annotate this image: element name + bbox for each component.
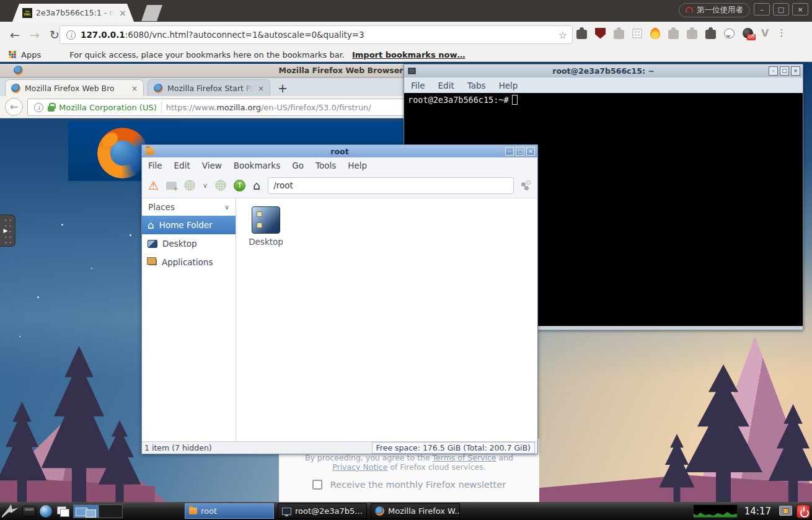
maximize-button[interactable]: □ bbox=[773, 3, 789, 15]
chrome-menu-icon[interactable]: ⋮ bbox=[777, 29, 786, 38]
sidebar-item-home-folder[interactable]: ⌂ Home Folder bbox=[142, 216, 236, 234]
place-label: Desktop bbox=[162, 239, 197, 249]
taskbar-button-root[interactable]: root bbox=[185, 503, 274, 519]
file-manager-launcher-icon[interactable] bbox=[22, 506, 36, 517]
bookmarks-bar: Apps For quick access, place your bookma… bbox=[0, 48, 812, 62]
maximize-button[interactable]: □ bbox=[516, 147, 524, 156]
ublock-origin-icon[interactable] bbox=[595, 28, 606, 39]
tab-close-icon[interactable]: × bbox=[258, 84, 264, 93]
extension-grid-icon[interactable] bbox=[632, 29, 642, 38]
vimium-extension-icon[interactable]: V bbox=[761, 29, 769, 38]
chrome-tab[interactable]: noVNC 2e3a7b566c15:1 - no × bbox=[12, 4, 134, 22]
bookmark-star-icon[interactable]: ☆ bbox=[558, 29, 567, 41]
fm-title-bar[interactable]: root – □ × bbox=[142, 145, 537, 157]
import-bookmarks-link[interactable]: Import bookmarks now… bbox=[352, 50, 465, 59]
menu-file[interactable]: File bbox=[148, 161, 162, 170]
menu-bookmarks[interactable]: Bookmarks bbox=[234, 161, 280, 170]
maximize-button[interactable]: □ bbox=[780, 66, 789, 76]
file-manager-window: root – □ × File Edit View Bookmarks Go T… bbox=[141, 144, 538, 454]
path-input[interactable] bbox=[268, 177, 514, 194]
application-menu-icon[interactable] bbox=[2, 505, 19, 518]
browser-launcher-icon[interactable] bbox=[40, 505, 52, 518]
workspace-1[interactable] bbox=[74, 505, 99, 518]
taskbar-button-terminal[interactable]: root@2e3a7b5... bbox=[278, 503, 367, 519]
menu-tabs[interactable]: Tabs bbox=[467, 81, 486, 90]
back-icon[interactable]: ← bbox=[7, 27, 22, 43]
clock[interactable]: 14:17 bbox=[744, 506, 771, 517]
directory-tree-icon[interactable] bbox=[521, 180, 531, 190]
lock-screen-icon[interactable] bbox=[778, 505, 793, 518]
forward-icon[interactable] bbox=[215, 180, 226, 191]
terminal-menu-bar: File Edit Tabs Help bbox=[404, 77, 803, 93]
forward-icon[interactable]: → bbox=[27, 27, 42, 43]
tab-close-icon[interactable]: × bbox=[131, 84, 138, 93]
firefox-back-button[interactable]: ← bbox=[5, 98, 23, 116]
newsletter-checkbox[interactable] bbox=[312, 480, 322, 490]
url-scheme: https://www. bbox=[166, 103, 216, 112]
chevron-down-icon[interactable]: ∨ bbox=[224, 203, 229, 211]
flame-extension-icon[interactable] bbox=[650, 28, 660, 39]
back-icon[interactable] bbox=[184, 180, 195, 191]
minimize-button[interactable]: – bbox=[769, 66, 778, 76]
home-icon: ⌂ bbox=[148, 220, 154, 231]
firefox-tab[interactable]: Mozilla Firefox Start Pag × bbox=[148, 79, 270, 97]
firefox-minimize-button[interactable]: – bbox=[397, 66, 401, 75]
extension-puzzle-icon[interactable] bbox=[687, 30, 697, 39]
menu-file[interactable]: File bbox=[411, 81, 425, 90]
warning-icon[interactable]: ⚠ bbox=[148, 180, 159, 192]
omnibox[interactable]: i 127.0.0.1:6080/vnc.html?autoconnect=1&… bbox=[60, 25, 573, 44]
vnc-desktop[interactable]: Mozilla Firefox Web Browser – Mozilla Fi… bbox=[0, 62, 812, 503]
apps-grid-icon[interactable] bbox=[9, 51, 16, 58]
firefox-new-tab-button[interactable]: + bbox=[278, 81, 288, 95]
menu-help[interactable]: Help bbox=[348, 161, 367, 170]
close-button[interactable]: × bbox=[792, 3, 808, 15]
page-info-icon[interactable]: i bbox=[66, 30, 76, 40]
extension-puzzle-icon[interactable] bbox=[614, 30, 624, 39]
tab-close-icon[interactable]: × bbox=[119, 9, 126, 17]
identity-label[interactable]: Mozilla Corporation (US) bbox=[59, 103, 157, 112]
fm-file-area[interactable]: Desktop bbox=[236, 198, 537, 443]
extension-puzzle-icon[interactable] bbox=[576, 30, 587, 39]
sidebar-item-applications[interactable]: Applications bbox=[142, 253, 236, 271]
close-button[interactable]: × bbox=[526, 147, 535, 156]
proxy-off-extension-icon[interactable]: off bbox=[743, 28, 753, 38]
cpu-monitor-graph[interactable] bbox=[693, 505, 738, 518]
new-tab-button[interactable] bbox=[141, 5, 162, 21]
menu-go[interactable]: Go bbox=[292, 161, 304, 170]
extension-puzzle-icon[interactable] bbox=[668, 30, 679, 39]
novnc-panel-handle[interactable]: ▶ bbox=[0, 214, 15, 247]
fm-places-sidebar: Places ∨ ⌂ Home Folder Desktop Applicati… bbox=[142, 198, 236, 443]
menu-tools[interactable]: Tools bbox=[316, 161, 336, 170]
sidebar-item-desktop[interactable]: Desktop bbox=[142, 234, 236, 253]
profile-badge[interactable]: 第一位使用者 bbox=[679, 3, 750, 17]
new-tab-icon[interactable] bbox=[166, 182, 177, 190]
menu-edit[interactable]: Edit bbox=[438, 81, 454, 90]
terms-of-service-link[interactable]: Terms of Service bbox=[433, 453, 496, 462]
omnibox-url: 127.0.0.1:6080/vnc.html?autoconnect=1&au… bbox=[81, 30, 364, 40]
chevron-down-icon[interactable]: ∨ bbox=[203, 182, 208, 190]
firefox-favicon bbox=[11, 84, 20, 93]
places-header[interactable]: Places ∨ bbox=[142, 198, 236, 216]
firefox-tab-active[interactable]: Mozilla Firefox Web Bro × bbox=[5, 79, 144, 97]
url-path: /en-US/firefox/53.0/firstrun/ bbox=[261, 103, 371, 112]
menu-edit[interactable]: Edit bbox=[174, 161, 190, 170]
apps-label[interactable]: Apps bbox=[21, 50, 41, 59]
workspace-2[interactable] bbox=[99, 505, 122, 518]
menu-view[interactable]: View bbox=[202, 161, 222, 170]
up-directory-icon[interactable]: ↑ bbox=[234, 180, 245, 192]
workspace-pager[interactable] bbox=[73, 505, 123, 518]
power-button-icon[interactable] bbox=[797, 505, 810, 518]
file-item-desktop[interactable]: Desktop bbox=[245, 206, 286, 247]
close-button[interactable]: × bbox=[791, 66, 800, 76]
page-info-icon[interactable]: i bbox=[34, 103, 43, 112]
minimize-button[interactable]: – bbox=[754, 3, 770, 15]
show-desktop-icon[interactable] bbox=[56, 505, 69, 518]
menu-help[interactable]: Help bbox=[499, 81, 518, 90]
home-icon[interactable]: ⌂ bbox=[253, 180, 260, 192]
taskbar-button-firefox[interactable]: Mozilla Firefox W... bbox=[371, 503, 460, 519]
extension-puzzle-icon[interactable] bbox=[705, 30, 716, 39]
minimize-button[interactable]: – bbox=[505, 147, 514, 156]
terminal-title-bar[interactable]: root@2e3a7b566c15: ~ – □ × bbox=[404, 64, 803, 77]
privacy-notice-link[interactable]: Privacy Notice bbox=[332, 462, 387, 472]
speech-bubble-extension-icon[interactable] bbox=[724, 29, 735, 38]
